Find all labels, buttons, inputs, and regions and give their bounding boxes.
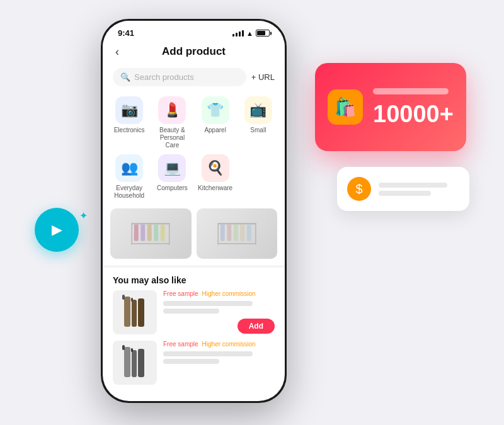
svg-rect-27 xyxy=(131,348,133,352)
product-grid xyxy=(103,205,285,263)
battery-icon xyxy=(256,30,270,37)
section-divider xyxy=(103,265,285,268)
clothes-rack-svg-1 xyxy=(129,218,173,249)
beauty-label: Beauty &Personal Care xyxy=(153,127,191,149)
phone-screen: 9:41 ▲ ‹ Add product xyxy=(103,21,285,401)
rec-product-image-2[interactable] xyxy=(113,341,157,385)
svg-rect-10 xyxy=(217,223,256,225)
video-play-button[interactable] xyxy=(35,208,79,252)
search-box[interactable]: 🔍 Search products xyxy=(113,68,246,86)
search-section: 🔍 Search products + URL xyxy=(103,63,285,91)
status-icons: ▲ xyxy=(232,30,270,37)
electronics-icon: 📷 xyxy=(115,96,143,124)
apparel-label: Apparel xyxy=(204,127,226,134)
svg-rect-21 xyxy=(122,295,125,300)
svg-rect-3 xyxy=(132,243,170,244)
info-card: $ xyxy=(337,167,469,211)
rec-tags-2: Free sample Higher commission xyxy=(163,341,275,348)
svg-rect-17 xyxy=(247,225,251,241)
product-image-1 xyxy=(110,208,192,259)
household-label: EverydayHousehold xyxy=(114,184,144,200)
add-button-1[interactable]: Add xyxy=(238,319,275,334)
category-kitchenware[interactable]: 🍳 Kitchenware xyxy=(197,154,234,200)
back-button[interactable]: ‹ xyxy=(115,45,119,59)
signal-icon xyxy=(232,30,244,37)
rec-product-image-1[interactable] xyxy=(113,290,157,334)
rec-name-bar-2 xyxy=(163,351,253,356)
svg-rect-23 xyxy=(124,347,130,377)
category-apparel[interactable]: 👕 Apparel xyxy=(197,96,234,149)
product-bottle-svg xyxy=(119,293,151,331)
rec-info-1: Free sample Higher commission Add xyxy=(163,290,275,334)
scene: 9:41 ▲ ‹ Add product xyxy=(0,0,504,425)
svg-rect-18 xyxy=(124,297,130,327)
clothes-rack-svg-2 xyxy=(215,218,259,249)
svg-rect-22 xyxy=(131,298,133,302)
search-placeholder: Search products xyxy=(134,72,194,82)
electronics-label: Electronics xyxy=(114,127,145,134)
info-line-2 xyxy=(379,191,431,196)
categories-grid: 📷 Electronics 💄 Beauty &Personal Care 👕 … xyxy=(103,91,285,205)
recommendation-section: You may also like Fr xyxy=(103,270,285,401)
svg-rect-12 xyxy=(217,243,256,244)
svg-rect-13 xyxy=(220,225,225,241)
app-header: ‹ Add product xyxy=(103,40,285,63)
svg-rect-9 xyxy=(217,223,219,245)
rec-info-2: Free sample Higher commission xyxy=(163,341,275,369)
product-bottle-svg-2 xyxy=(119,344,151,382)
kitchenware-label: Kitchenware xyxy=(198,184,232,192)
info-line-1 xyxy=(379,183,447,188)
promo-content: 10000+ xyxy=(373,88,454,126)
svg-rect-1 xyxy=(132,223,170,225)
category-computers[interactable]: 💻 Computers xyxy=(153,154,191,200)
shopping-bag-icon: 🛍️ xyxy=(328,89,363,125)
category-household[interactable]: 👥 EverydayHousehold xyxy=(110,154,148,200)
svg-rect-8 xyxy=(161,225,165,241)
dollar-icon: $ xyxy=(347,177,371,201)
higher-commission-tag-1: Higher commission xyxy=(202,290,256,297)
status-time: 9:41 xyxy=(118,28,134,38)
beauty-icon: 💄 xyxy=(158,96,186,124)
svg-rect-25 xyxy=(138,349,144,377)
page-title: Add product xyxy=(162,45,226,58)
category-electronics[interactable]: 📷 Electronics xyxy=(110,96,148,149)
svg-rect-0 xyxy=(132,223,133,245)
rec-tags-1: Free sample Higher commission xyxy=(163,290,275,297)
rec-price-bar-1 xyxy=(163,309,219,314)
svg-rect-4 xyxy=(134,225,139,241)
free-sample-tag-1: Free sample xyxy=(163,290,198,297)
product-card-1[interactable] xyxy=(110,208,192,259)
svg-rect-20 xyxy=(138,298,144,327)
household-icon: 👥 xyxy=(115,154,143,182)
small-icon: 📺 xyxy=(244,96,272,124)
svg-rect-19 xyxy=(132,300,137,327)
svg-rect-5 xyxy=(141,225,146,241)
svg-rect-24 xyxy=(132,350,137,377)
free-sample-tag-2: Free sample xyxy=(163,341,198,348)
svg-rect-26 xyxy=(122,345,125,350)
higher-commission-tag-2: Higher commission xyxy=(202,341,256,348)
svg-rect-2 xyxy=(169,223,170,245)
url-button[interactable]: + URL xyxy=(251,72,275,82)
status-bar: 9:41 ▲ xyxy=(103,21,285,40)
category-small[interactable]: 📺 Small xyxy=(239,96,277,149)
svg-rect-7 xyxy=(154,225,159,241)
category-beauty[interactable]: 💄 Beauty &Personal Care xyxy=(153,96,191,149)
promo-bar xyxy=(373,88,449,94)
svg-rect-11 xyxy=(255,223,256,245)
recommendation-title: You may also like xyxy=(113,275,275,285)
promo-card: 🛍️ 10000+ xyxy=(315,63,466,151)
search-icon: 🔍 xyxy=(120,72,130,82)
rec-price-bar-2 xyxy=(163,359,219,364)
phone-frame: 9:41 ▲ ‹ Add product xyxy=(101,19,287,403)
svg-rect-15 xyxy=(234,225,238,241)
computers-icon: 💻 xyxy=(158,154,186,182)
kitchenware-icon: 🍳 xyxy=(202,154,229,182)
small-label: Small xyxy=(250,127,266,134)
sparkle-dots: ✦ xyxy=(79,210,88,222)
product-image-2 xyxy=(197,208,278,259)
wifi-icon: ▲ xyxy=(246,30,253,37)
svg-rect-14 xyxy=(227,225,231,241)
rec-item-2: Free sample Higher commission xyxy=(113,341,275,385)
product-card-2[interactable] xyxy=(197,208,278,259)
